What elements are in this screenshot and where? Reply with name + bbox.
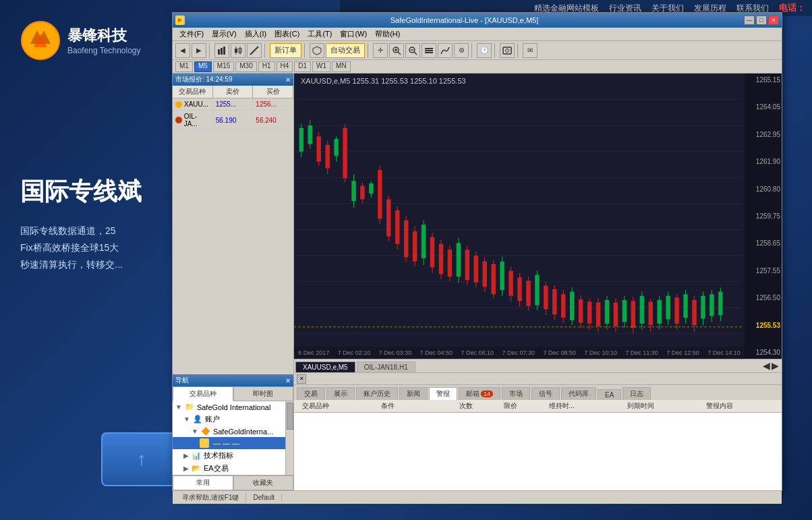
- svg-rect-50: [334, 139, 338, 156]
- col-condition-header: 条件: [376, 401, 455, 411]
- chart-next-btn[interactable]: ▶: [772, 360, 779, 371]
- nav-tab-symbols[interactable]: 交易品种: [173, 386, 233, 401]
- svg-rect-132: [692, 300, 696, 325]
- tree-expand-sg: ▼: [192, 428, 198, 435]
- toolbar-indicator[interactable]: [438, 43, 453, 58]
- tab-signals[interactable]: 信号: [531, 387, 560, 400]
- toolbar-clock[interactable]: 🕐: [477, 43, 492, 58]
- navigator-scrollbar[interactable]: [285, 401, 293, 475]
- tab-codebase[interactable]: 代码库: [561, 387, 596, 400]
- candlestick-chart[interactable]: [294, 74, 782, 359]
- toolbar-forward[interactable]: ▶: [192, 43, 206, 58]
- tf-m15[interactable]: M15: [213, 61, 234, 72]
- svg-rect-134: [701, 296, 705, 319]
- price-scale: 1265.15 1264.05 1262.95 1261.90 1260.80 …: [745, 74, 782, 359]
- menu-window[interactable]: 窗口(W): [336, 28, 371, 40]
- svg-rect-44: [308, 125, 312, 144]
- logo-icon: [20, 20, 61, 61]
- svg-rect-122: [649, 301, 653, 325]
- toolbar-shield[interactable]: [310, 43, 324, 58]
- btn-1[interactable]: ↑: [101, 432, 182, 486]
- navigator-title: 导航: [175, 376, 189, 385]
- tab-alerts[interactable]: 警报: [429, 387, 457, 400]
- svg-point-29: [506, 49, 509, 52]
- maximize-button[interactable]: □: [756, 16, 767, 25]
- svg-rect-112: [605, 300, 609, 324]
- toolbar-zoom-out[interactable]: [405, 43, 420, 58]
- tab-display[interactable]: 展示: [326, 387, 355, 400]
- chart-tab-xauusd[interactable]: XAUUSD,e,M5: [295, 362, 355, 372]
- tree-account-item[interactable]: — — —: [173, 437, 285, 449]
- chart-tab-oil[interactable]: OIL-JAN18,H1: [357, 362, 415, 372]
- menu-help[interactable]: 帮助(H): [371, 28, 404, 40]
- menu-chart[interactable]: 图表(C): [270, 28, 303, 40]
- toolbar-crosshair[interactable]: ✛: [373, 43, 388, 58]
- tf-h4[interactable]: H4: [277, 61, 293, 72]
- tab-account-history[interactable]: 账户历史: [356, 387, 398, 400]
- tree-accounts[interactable]: ▼ 👤 账户: [173, 413, 285, 426]
- tab-market[interactable]: 市场: [502, 387, 530, 400]
- tree-indicators[interactable]: ▶ 📊 技术指标: [173, 449, 285, 462]
- tree-safegold[interactable]: ▼ 📁 SafeGold International: [173, 401, 285, 413]
- tab-journal[interactable]: 日志: [622, 387, 651, 400]
- col-sell: 卖价: [213, 86, 254, 98]
- nav-favorites-tab[interactable]: 收藏夹: [233, 475, 294, 490]
- nav-common-tab[interactable]: 常用: [173, 475, 233, 490]
- svg-rect-54: [351, 181, 355, 201]
- svg-rect-68: [413, 231, 417, 262]
- nav-tab-realtime[interactable]: 即时图: [233, 386, 294, 401]
- toolbar-candle[interactable]: [231, 43, 245, 58]
- toolbar-line[interactable]: [247, 43, 262, 58]
- tab-ea[interactable]: EA: [598, 389, 621, 400]
- tf-d1[interactable]: D1: [294, 61, 311, 72]
- tree-ea[interactable]: ▶ 📂 EA交易: [173, 462, 285, 475]
- time-4: 7 Dec 06:10: [461, 349, 494, 356]
- market-row-xauusd[interactable]: XAUU... 1255... 1256...: [173, 98, 293, 111]
- svg-rect-86: [491, 264, 495, 294]
- tf-h1[interactable]: H1: [258, 61, 275, 72]
- toolbar-separator-5: [471, 43, 474, 58]
- menu-view[interactable]: 显示(V): [208, 28, 241, 40]
- tf-m1[interactable]: M1: [175, 61, 193, 72]
- menu-insert[interactable]: 插入(I): [241, 28, 270, 40]
- toolbar-zoom-in[interactable]: [389, 43, 404, 58]
- tf-w1[interactable]: W1: [312, 61, 330, 72]
- headline: 国际专线斌: [20, 175, 142, 208]
- col-expire-header: 到期时间: [622, 401, 701, 411]
- tree-account-sg[interactable]: ▼ 🔶 SafeGoldInterna...: [173, 426, 285, 437]
- toolbar-screenshot[interactable]: [500, 43, 515, 58]
- svg-rect-128: [674, 297, 678, 324]
- folder-icon: 📁: [185, 403, 194, 411]
- close-button[interactable]: ✕: [768, 16, 779, 25]
- bottom-close-btn[interactable]: ✕: [297, 374, 306, 384]
- svg-rect-106: [579, 299, 583, 323]
- market-row-oil[interactable]: OIL-JA... 56.190 56.240: [173, 111, 293, 130]
- new-order-button[interactable]: 新订单: [270, 43, 301, 58]
- toolbar-separator-2: [264, 43, 267, 58]
- tf-m30[interactable]: M30: [235, 61, 256, 72]
- menu-file[interactable]: 文件(F): [175, 28, 208, 40]
- svg-rect-96: [535, 275, 539, 306]
- navigator-close[interactable]: ✕: [285, 377, 291, 384]
- chart-prev-btn[interactable]: ◀: [763, 360, 770, 371]
- toolbar-expert[interactable]: ⚙: [454, 43, 469, 58]
- toolbar-back[interactable]: ◀: [175, 43, 190, 58]
- tab-news[interactable]: 新闻: [399, 387, 428, 400]
- tf-mn[interactable]: MN: [332, 61, 351, 72]
- tree-expand-accounts: ▼: [183, 415, 190, 423]
- toolbar-properties[interactable]: [422, 43, 436, 58]
- tab-trading[interactable]: 交易: [297, 387, 325, 400]
- navigator-body: ▼ 📁 SafeGold International ▼ 👤 账户 ▼: [173, 401, 293, 475]
- svg-rect-98: [544, 286, 548, 310]
- toolbar-chart-bar[interactable]: [214, 43, 229, 58]
- toolbar-messages[interactable]: ✉: [523, 43, 538, 58]
- minimize-button[interactable]: —: [744, 16, 755, 25]
- menu-tools[interactable]: 工具(T): [303, 28, 336, 40]
- col-hold-header: 维持时...: [544, 401, 622, 411]
- tf-m5[interactable]: M5: [194, 61, 212, 72]
- tab-email[interactable]: 邮箱14: [459, 387, 500, 400]
- market-watch-close[interactable]: ✕: [285, 76, 291, 84]
- auto-trade-button[interactable]: 自动交易: [326, 43, 365, 58]
- svg-rect-108: [587, 301, 591, 323]
- svg-rect-120: [640, 296, 644, 324]
